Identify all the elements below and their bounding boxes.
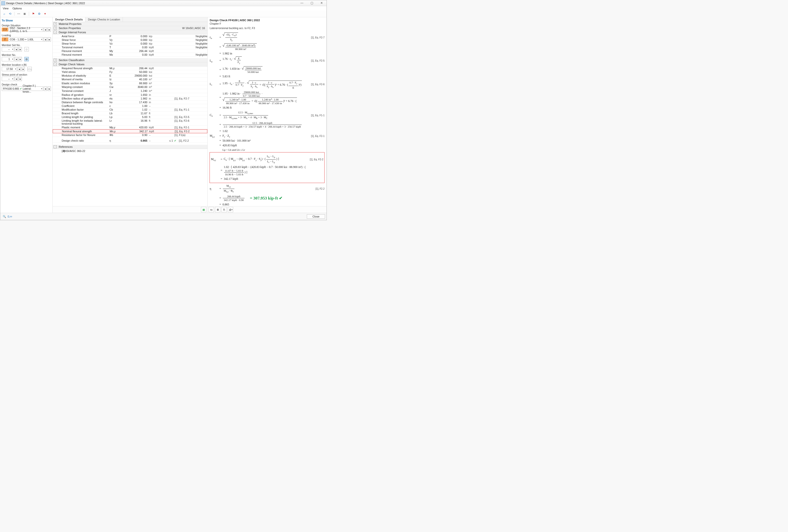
- value-row: Warping constantCw3040.00in⁶: [53, 85, 208, 89]
- right-btm-2[interactable]: ≣: [215, 207, 220, 212]
- dc-text: Chapter F | Lateral-torsio...: [23, 84, 39, 93]
- combo-member-set[interactable]: --▾: [2, 47, 14, 52]
- sp-prev[interactable]: ◂: [15, 77, 18, 81]
- toolbar-btn-3[interactable]: ⋯: [16, 11, 21, 16]
- force-row: Shear forceVy0.000kipNegligible: [53, 38, 208, 42]
- label-member-set: Member Set No.: [2, 44, 51, 46]
- group-values[interactable]: −Design Check Values: [53, 62, 208, 66]
- value-row: Nominal flexural strengthMn,y342.17kipft…: [53, 129, 208, 133]
- combo-member-no[interactable]: 1▾: [2, 57, 14, 61]
- mn-next[interactable]: ▸: [18, 57, 22, 61]
- toolbar-btn-7[interactable]: ✦: [43, 11, 47, 16]
- mn-pick[interactable]: ⯐: [24, 57, 29, 61]
- footer-icon-2[interactable]: 0,00: [7, 214, 13, 219]
- value-row: Distance between flange centroidsho17.43…: [53, 100, 208, 104]
- toolbar-btn-5[interactable]: ⚑: [31, 11, 36, 16]
- dc-ratio: 0.865: [13, 87, 19, 90]
- value-row: Radius of gyrationrz1.650in: [53, 93, 208, 97]
- ds-next[interactable]: ▸: [47, 27, 51, 32]
- force-row: Flexural momentMz0.00kipftNegligible: [53, 53, 208, 57]
- chevron-down-icon: ▾: [15, 68, 16, 70]
- toolbar-btn-6[interactable]: ⚙: [37, 11, 42, 16]
- right-chapter: Chapter F: [208, 22, 327, 26]
- app-icon: [1, 1, 5, 5]
- value-row: Required flexural strengthMr,y266.44kipf…: [53, 66, 208, 70]
- value-row: Resistance factor for flexureΦb0.90--[1]…: [53, 133, 208, 137]
- combo-design-situation[interactable]: DS2 - Section 2.3 (LRFD), 1. to 5.▾: [8, 27, 43, 32]
- label-loading: Loading: [2, 34, 51, 37]
- toolbar-btn-1[interactable]: ⌕: [2, 11, 7, 16]
- right-btm-1[interactable]: xy: [209, 207, 214, 212]
- ml-next[interactable]: ▸: [21, 67, 25, 71]
- ms-next[interactable]: ▸: [18, 47, 22, 52]
- group-section-props[interactable]: +Section Properties: [53, 26, 180, 30]
- combo-loading[interactable]: CO6 - 1.20D + 1.60L▾: [8, 37, 43, 42]
- tab-design-checks-in-location[interactable]: Design Checks in Location: [85, 17, 123, 22]
- check-icon: ✔: [20, 87, 22, 90]
- label-member-no: Member No.: [2, 54, 51, 56]
- menu-options[interactable]: Options: [12, 7, 22, 10]
- dc-next[interactable]: ▸: [47, 86, 51, 91]
- ml-xg[interactable]: x/xg: [27, 67, 32, 71]
- chevron-down-icon: ▾: [41, 87, 42, 90]
- value-row: Yield stressFy50.000ksi: [53, 70, 208, 74]
- section-props-right: W 18x50 | AISC 16: [181, 26, 208, 30]
- ratio-row: Design check ratio η 0.865 -- ≤ 1 ✔ [1],…: [53, 139, 208, 143]
- loading-next[interactable]: ▸: [47, 37, 51, 42]
- force-row: Axial forceP0.000kipNegligible: [53, 35, 208, 38]
- close-button[interactable]: Close: [307, 214, 325, 219]
- loading-prev[interactable]: ◂: [44, 37, 47, 42]
- group-forces[interactable]: −Design Internal Forces: [53, 30, 208, 35]
- ms-pick[interactable]: ⯐: [24, 47, 29, 52]
- dc-code: FF4100: [3, 87, 12, 90]
- combo-stress-point[interactable]: --▾: [2, 77, 14, 81]
- value-row: Braced lengthLb11.67ft: [53, 112, 208, 115]
- group-classification[interactable]: +Section Classification: [53, 58, 208, 62]
- ml-prev[interactable]: ◂: [18, 67, 21, 71]
- maximize-button[interactable]: ▢: [307, 0, 317, 6]
- value-row: Moment of inertiaIz40.100in⁴: [53, 78, 208, 81]
- calc-area: rts= √(Iz · Cw)Sy [1], Eq. F2-7 = √(40.1…: [208, 31, 327, 206]
- right-btm-print[interactable]: 🖨▾: [228, 207, 233, 212]
- force-row: Shear forceVz0.000kipNegligible: [53, 42, 208, 45]
- value-row: Limiting length for yieldingLp5.83ft[1],…: [53, 115, 208, 119]
- ms-prev[interactable]: ◂: [15, 47, 18, 52]
- right-title: Design Check FF4100 | AISC 360 | 2022: [208, 17, 327, 22]
- right-btm-3[interactable]: ⎘: [221, 207, 227, 212]
- chevron-down-icon: ▾: [41, 28, 42, 31]
- value-row: Elastic section modulusSy88.900in³✔: [53, 81, 208, 85]
- ds-prev[interactable]: ◂: [44, 27, 47, 32]
- minimize-button[interactable]: —: [297, 0, 307, 6]
- menu-view[interactable]: View: [2, 7, 9, 10]
- force-row: Torsional momentT0.00kipftNegligible: [53, 45, 208, 49]
- group-material[interactable]: +Material Properties: [53, 22, 208, 26]
- tab-design-check-details[interactable]: Design Check Details: [53, 17, 85, 22]
- combo-member-loc[interactable]: 17.50▾: [2, 67, 17, 71]
- right-sub: Lateral-torsional buckling acc. to F2, F…: [208, 26, 327, 31]
- value-row: Plastic momentMp,y420.83kipft[1], Eq. F2…: [53, 125, 208, 129]
- chevron-down-icon: ▾: [12, 78, 13, 80]
- mn-prev[interactable]: ◂: [15, 57, 18, 61]
- pill-loading: 2: [2, 37, 8, 41]
- chevron-down-icon: ▾: [12, 58, 13, 60]
- dc-prev[interactable]: ◂: [44, 86, 47, 91]
- close-window-button[interactable]: ✕: [317, 0, 327, 6]
- center-btm-1[interactable]: ▦: [201, 207, 206, 212]
- group-references[interactable]: −References: [53, 145, 208, 149]
- value-row: Torsional constantJ1.240in⁴: [53, 89, 208, 93]
- left-title: To Show: [2, 19, 51, 22]
- window-title: Design Check Details | Members | Steel D…: [6, 2, 297, 5]
- combo-design-check[interactable]: FF4100 0.865 ✔ Chapter F | Lateral-torsi…: [2, 86, 43, 91]
- value-row: Effective radius of gyrationrts1.982in[1…: [53, 97, 208, 100]
- value-row: Modulus of elasticityE29000.000ksi: [53, 74, 208, 78]
- annotation-result: = 307.953 kip-ft ✔: [250, 196, 282, 201]
- value-row: Limiting length for inelastic lateral-to…: [53, 119, 208, 125]
- label-member-loc: Member location x [ft]: [2, 63, 51, 66]
- toolbar-btn-2[interactable]: ⟲: [8, 11, 13, 16]
- value-row: Coefficientc1.00--: [53, 104, 208, 108]
- chevron-down-icon: ▾: [12, 48, 13, 51]
- sp-next[interactable]: ▸: [18, 77, 22, 81]
- toolbar-btn-4[interactable]: ≣: [22, 11, 27, 16]
- label-stress-point: Stress point of section: [2, 73, 51, 76]
- footer-icon-1[interactable]: 🔍: [2, 214, 7, 219]
